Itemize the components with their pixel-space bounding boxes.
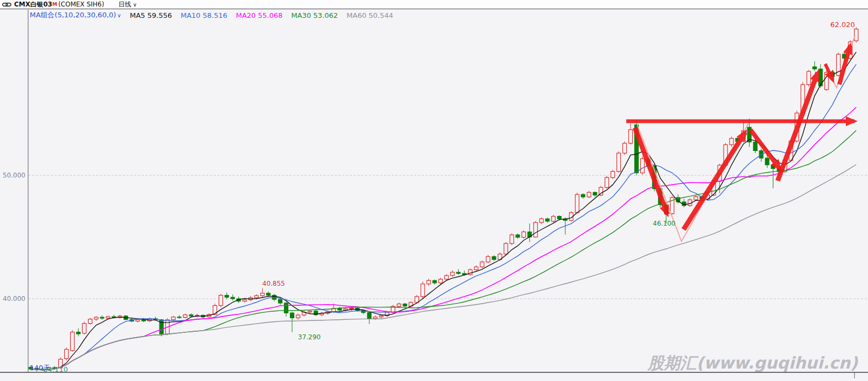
legend-item-1: MA10 58.516 xyxy=(181,11,227,19)
ma-lines xyxy=(31,52,856,370)
candle xyxy=(415,297,419,303)
candle xyxy=(76,332,80,334)
symbol-superscript: M xyxy=(52,2,57,7)
legend-item-2: MA20 55.068 xyxy=(236,11,282,19)
candle xyxy=(290,313,294,318)
candle xyxy=(456,272,460,273)
candle xyxy=(486,257,490,262)
candle xyxy=(64,349,68,358)
candle xyxy=(349,308,353,308)
candle xyxy=(640,159,644,173)
candle xyxy=(379,316,383,317)
candle xyxy=(558,216,561,219)
candle xyxy=(421,284,425,297)
candle xyxy=(617,153,621,172)
candle xyxy=(433,280,436,283)
chain-link-icon[interactable] xyxy=(2,2,11,7)
ma30-line xyxy=(31,130,856,370)
period-label: 日线 xyxy=(118,0,131,9)
y-axis-tick-label: 50.000 xyxy=(3,172,25,179)
chevron-down-icon: ∨ xyxy=(117,12,121,18)
ma10-line xyxy=(31,64,856,370)
exchange-code: (COMEX SIH6) xyxy=(58,1,104,8)
candle xyxy=(504,244,508,254)
period-selector[interactable]: 日线 ∨ xyxy=(118,0,137,9)
title-bar: CMX白银03M (COMEX SIH6) 日线 ∨ xyxy=(0,0,868,9)
candle xyxy=(694,196,698,200)
legend-item-3: MA30 53.062 xyxy=(291,11,338,19)
candle xyxy=(177,317,181,318)
candle xyxy=(575,194,579,213)
candle xyxy=(546,219,549,221)
candle xyxy=(854,29,858,41)
candle xyxy=(261,293,264,296)
candle xyxy=(552,216,555,221)
candle xyxy=(445,275,448,279)
candle xyxy=(70,332,74,351)
candle xyxy=(765,158,769,165)
candle xyxy=(189,315,193,316)
price-labels: 62.02046.10040.85537.290140天34.110 xyxy=(30,21,855,373)
chart-area[interactable]: 50.00040.000股期汇(www.guqihui.cn)62.02046.… xyxy=(0,9,868,381)
candle xyxy=(427,280,430,284)
candle xyxy=(100,317,104,318)
symbol-name: CMX白银03 xyxy=(14,0,52,9)
ma60-line xyxy=(31,165,856,370)
candle xyxy=(373,317,377,319)
legend-item-4: MA60 50.544 xyxy=(347,11,393,19)
candle xyxy=(522,232,526,237)
candle xyxy=(403,304,407,306)
candle xyxy=(807,71,811,84)
candle xyxy=(225,295,229,298)
candle xyxy=(510,235,514,244)
candle xyxy=(593,192,597,195)
candle xyxy=(94,317,98,319)
candle xyxy=(771,165,775,169)
candle xyxy=(439,279,442,283)
candle xyxy=(825,73,829,90)
y-axis-tick-label: 40.000 xyxy=(3,295,25,303)
candle xyxy=(308,311,312,312)
candle xyxy=(534,222,538,237)
candle xyxy=(284,303,288,313)
ma20-line xyxy=(31,107,856,370)
candle xyxy=(605,178,609,187)
candle xyxy=(267,293,270,295)
candle xyxy=(540,219,544,222)
candle xyxy=(82,324,86,333)
ma-legend: MA组合(5,10,20,30,60,0)∨ MA5 59.556MA10 58… xyxy=(30,11,393,19)
candle xyxy=(474,267,478,270)
price-label: 37.290 xyxy=(298,333,321,341)
axis-frame xyxy=(0,10,868,378)
candle xyxy=(337,308,341,310)
candlestick-chart[interactable]: 50.00040.000股期汇(www.guqihui.cn)62.02046.… xyxy=(0,9,868,381)
candle xyxy=(611,172,615,178)
price-label: 40.855 xyxy=(262,280,285,287)
candle xyxy=(492,257,496,259)
candle xyxy=(243,300,247,301)
legend-item-0: MA5 59.556 xyxy=(130,11,172,19)
chevron-down-icon: ∨ xyxy=(133,2,137,8)
candle xyxy=(397,304,401,307)
candle xyxy=(480,262,484,267)
candle xyxy=(581,194,585,197)
candle xyxy=(753,142,757,150)
candle xyxy=(279,299,282,303)
candle xyxy=(219,295,223,306)
candle xyxy=(450,272,454,275)
ma-group-toggle[interactable]: MA组合(5,10,20,30,60,0)∨ xyxy=(30,10,121,20)
candle xyxy=(730,139,733,145)
trend-arrow xyxy=(778,73,818,181)
candle xyxy=(367,313,371,319)
candle xyxy=(255,295,259,298)
watermark: 股期汇(www.guqihui.cn) xyxy=(647,353,858,372)
price-label: 34.110 xyxy=(43,365,68,373)
price-label: 62.020 xyxy=(830,21,855,29)
candle xyxy=(623,143,627,153)
candle xyxy=(231,297,235,299)
candle xyxy=(813,67,817,69)
candle xyxy=(587,192,591,196)
trend-arrow xyxy=(684,132,745,229)
ma5-line xyxy=(31,52,856,370)
candle xyxy=(628,130,632,143)
